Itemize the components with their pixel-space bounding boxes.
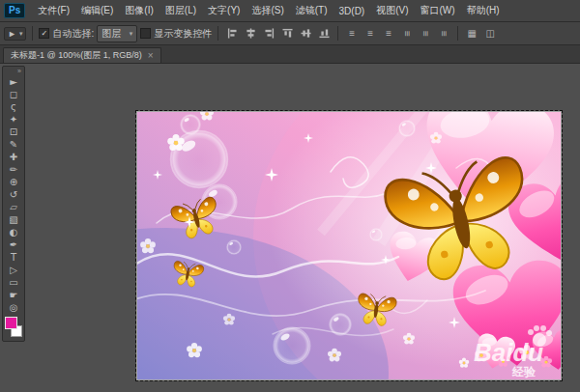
move-tool-icon: ► (8, 29, 16, 39)
tool-pen[interactable]: ✒ (4, 238, 23, 251)
distribute-icon: ≡ (386, 29, 392, 39)
separator (32, 26, 33, 41)
tool-quick-selection[interactable]: ✦ (4, 113, 23, 126)
auto-select-label: 自动选择: (52, 27, 94, 41)
distribute-icon: ≡ (439, 31, 449, 37)
align-center-vertical-button[interactable] (298, 26, 313, 42)
distribute-vertical-button[interactable]: ≡ (362, 26, 378, 42)
distribute-icon: ≡ (402, 31, 412, 37)
menu-layer[interactable]: 图层(L) (160, 4, 202, 17)
align-right-button[interactable] (261, 26, 276, 42)
eyedropper-tool-icon: ✎ (10, 140, 17, 150)
menu-window[interactable]: 窗口(W) (415, 4, 461, 17)
tool-eraser[interactable]: ▱ (4, 201, 23, 213)
color-swatches (4, 316, 23, 338)
canvas-area[interactable]: » ► ◻ ς ✦ ⊡ ✎ ✚ ✏ ⊕ ↺ ▱ ▧ ◐ ✒ T ▷ ▭ ☛ ◎ (0, 64, 580, 392)
grid-icon: ▦ (467, 29, 476, 39)
move-tool-icon: ► (10, 77, 17, 87)
hand-tool-icon: ☛ (10, 291, 18, 300)
distribute-top-button[interactable]: ≡ (344, 26, 360, 42)
distribute-left-button[interactable]: ≡ (399, 26, 415, 42)
menu-help[interactable]: 帮助(H) (461, 4, 506, 17)
separator (457, 26, 458, 41)
menubar: Ps 文件(F) 编辑(E) 图像(I) 图层(L) 文字(Y) 选择(S) 滤… (0, 0, 580, 22)
document-tab[interactable]: 未标题-1 @ 100%(图层 1, RGB/8) × (3, 47, 161, 63)
toggle-3d-mode-button[interactable]: ◫ (482, 26, 498, 42)
tool-type[interactable]: T (4, 251, 23, 264)
brush-tool-icon: ✏ (10, 165, 17, 175)
foreground-color-swatch[interactable] (5, 317, 17, 329)
tool-healing-brush[interactable]: ✚ (4, 151, 23, 163)
marquee-tool-icon: ◻ (10, 90, 17, 99)
align-left-button[interactable] (224, 26, 240, 42)
menu-file[interactable]: 文件(F) (32, 4, 75, 17)
tool-move[interactable]: ► (4, 75, 23, 88)
checkbox-unchecked[interactable] (140, 28, 151, 39)
menu-edit[interactable]: 编辑(E) (75, 4, 119, 17)
tool-hand[interactable]: ☛ (4, 289, 23, 301)
distribute-icon: ≡ (349, 29, 355, 39)
align-center-horizontal-button[interactable] (243, 26, 258, 42)
distribute-horizontal-button[interactable]: ≡ (418, 26, 433, 42)
align-top-button[interactable] (279, 26, 295, 42)
clone-stamp-tool-icon: ⊕ (10, 178, 17, 187)
separator (337, 26, 338, 41)
collapse-icon[interactable]: » (14, 67, 24, 75)
tool-eyedropper[interactable]: ✎ (4, 138, 23, 151)
artwork-scene: Baidu 经验 (137, 112, 561, 379)
show-transform-checkbox[interactable]: 显示变换控件 (140, 27, 212, 41)
tool-dodge[interactable]: ◐ (4, 226, 23, 238)
auto-select-checkbox[interactable]: ✓ 自动选择: (39, 27, 94, 41)
tool-gradient[interactable]: ▧ (4, 213, 23, 226)
crop-tool-icon: ⊡ (10, 127, 17, 137)
target-value: 图层 (102, 27, 121, 41)
tool-lasso[interactable]: ς (4, 100, 23, 113)
tool-clone-stamp[interactable]: ⊕ (4, 176, 23, 188)
dodge-tool-icon: ◐ (10, 228, 18, 238)
document-image[interactable]: Baidu 经验 (137, 112, 561, 379)
gradient-tool-icon: ▧ (9, 215, 17, 225)
check-icon: ✓ (42, 30, 48, 38)
zoom-tool-icon: ◎ (10, 303, 18, 313)
history-brush-tool-icon: ↺ (10, 190, 17, 200)
quick-selection-tool-icon: ✦ (10, 115, 17, 125)
distribute-icon: ≡ (420, 31, 430, 37)
menu-filter[interactable]: 滤镜(T) (290, 4, 334, 17)
close-icon[interactable]: × (148, 51, 154, 61)
menu-view[interactable]: 视图(V) (370, 4, 414, 17)
auto-align-layers-button[interactable]: ▦ (464, 26, 479, 42)
distribute-right-button[interactable]: ≡ (436, 26, 451, 42)
healing-brush-tool-icon: ✚ (10, 153, 17, 162)
tool-crop[interactable]: ⊡ (4, 126, 23, 138)
menu-image[interactable]: 图像(I) (119, 4, 159, 17)
watermark-subtext: 经验 (511, 365, 536, 378)
show-transform-label: 显示变换控件 (154, 27, 212, 41)
menu-select[interactable]: 选择(S) (246, 4, 289, 17)
type-tool-icon: T (11, 253, 16, 263)
tool-path-selection[interactable]: ▷ (4, 264, 23, 276)
distribute-icon: ≡ (367, 29, 373, 39)
auto-select-target-dropdown[interactable]: 图层 ▾ (97, 25, 137, 42)
shape-tool-icon: ▭ (9, 278, 17, 288)
tool-preset-dropdown[interactable]: ► ▾ (4, 27, 26, 41)
distribute-bottom-button[interactable]: ≡ (381, 26, 396, 42)
chevron-down-icon: ▾ (130, 30, 133, 37)
separator (218, 26, 218, 41)
tool-history-brush[interactable]: ↺ (4, 188, 23, 201)
tool-rectangle-shape[interactable]: ▭ (4, 276, 23, 289)
tool-zoom[interactable]: ◎ (4, 301, 23, 314)
photoshop-window: Ps 文件(F) 编辑(E) 图像(I) 图层(L) 文字(Y) 选择(S) 滤… (0, 0, 580, 392)
panels-icon: ◫ (485, 29, 494, 39)
tool-brush[interactable]: ✏ (4, 163, 23, 176)
checkbox-checked[interactable]: ✓ (39, 28, 49, 39)
photoshop-logo-icon: Ps (4, 3, 25, 18)
tool-rectangular-marquee[interactable]: ◻ (4, 88, 23, 100)
eraser-tool-icon: ▱ (10, 203, 17, 212)
lasso-tool-icon: ς (11, 102, 16, 112)
document-tab-title: 未标题-1 @ 100%(图层 1, RGB/8) (11, 49, 142, 62)
menu-type[interactable]: 文字(Y) (202, 4, 246, 17)
chevron-down-icon: ▾ (19, 30, 23, 37)
menu-3d[interactable]: 3D(D) (334, 6, 371, 16)
align-bottom-button[interactable] (316, 26, 332, 42)
options-bar: ► ▾ ✓ 自动选择: 图层 ▾ 显示变换控件 (0, 22, 580, 45)
